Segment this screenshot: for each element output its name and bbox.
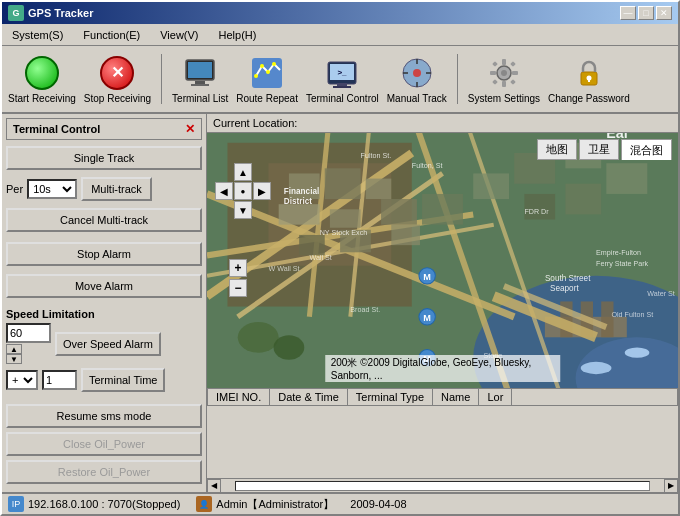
map-type-buttons: 地图 卫星 混合图: [537, 139, 672, 160]
svg-rect-3: [191, 84, 209, 86]
stop-receiving-label: Stop Receiving: [84, 93, 151, 104]
status-ip: IP 192.168.0.100 : 7070(Stopped): [8, 496, 180, 512]
system-settings-label: System Settings: [468, 93, 540, 104]
svg-rect-56: [422, 194, 463, 225]
terminal-time-button[interactable]: Terminal Time: [81, 368, 165, 392]
svg-text:District: District: [284, 197, 312, 206]
title-buttons: — □ ✕: [620, 6, 672, 20]
nav-right-button[interactable]: ▶: [253, 182, 271, 200]
zoom-in-button[interactable]: +: [229, 259, 247, 277]
terminal-control-label: Terminal Control: [306, 93, 379, 104]
nav-up-button[interactable]: ▲: [234, 163, 252, 181]
stop-receiving-icon: ✕: [99, 55, 135, 91]
stop-alarm-button[interactable]: Stop Alarm: [6, 242, 202, 266]
terminal-list-button[interactable]: Terminal List: [172, 55, 228, 104]
maximize-button[interactable]: □: [638, 6, 654, 20]
restore-oil-button[interactable]: Restore Oil_Power: [6, 460, 202, 484]
menu-system[interactable]: System(S): [6, 27, 69, 43]
manual-track-icon: [399, 55, 435, 91]
svg-text:Old Fulton St: Old Fulton St: [611, 311, 653, 319]
speed-down-button[interactable]: ▼: [6, 354, 22, 364]
svg-rect-25: [512, 71, 518, 75]
change-password-button[interactable]: Change Password: [548, 55, 630, 104]
svg-text:M: M: [423, 272, 431, 282]
speed-value-input[interactable]: 60: [6, 323, 51, 343]
over-speed-alarm-button[interactable]: Over Speed Alarm: [55, 332, 161, 356]
svg-point-71: [581, 362, 612, 374]
per-select[interactable]: 10s 1s 5s 30s 1m: [27, 179, 77, 199]
col-datetime: Date & Time: [270, 389, 348, 406]
nav-empty-bl: [215, 201, 233, 219]
single-track-button[interactable]: Single Track: [6, 146, 202, 170]
menu-view[interactable]: View(V): [154, 27, 204, 43]
satellite-view-button[interactable]: 卫星: [579, 139, 619, 160]
window-title: GPS Tracker: [28, 7, 93, 19]
table-horizontal-scrollbar[interactable]: ◀ ▶: [207, 478, 678, 492]
terminal-list-label: Terminal List: [172, 93, 228, 104]
scroll-track[interactable]: [235, 481, 650, 491]
map-scale-text: 200米 ©2009 DigitalGlobe, GeoEye, Bluesky…: [331, 357, 532, 381]
start-receiving-button[interactable]: Start Receiving: [8, 55, 76, 104]
panel-close-button[interactable]: ✕: [185, 122, 195, 136]
nav-left-button[interactable]: ◀: [215, 182, 233, 200]
main-content: Terminal Control ✕ Single Track Per 10s …: [2, 114, 678, 492]
svg-text:Seaport: Seaport: [550, 284, 579, 293]
data-table-area: IMEI NO. Date & Time Terminal Type Name …: [207, 388, 678, 478]
col-imei: IMEI NO.: [208, 389, 270, 406]
map-navigation: ▲ ◀ ● ▶ ▼ + −: [215, 163, 271, 219]
svg-rect-61: [565, 184, 601, 215]
nav-center-button[interactable]: ●: [234, 182, 252, 200]
speed-row-1: 60 ▲ ▼ Over Speed Alarm: [6, 323, 202, 364]
menu-help[interactable]: Help(H): [213, 27, 263, 43]
user-icon: 👤: [196, 496, 212, 512]
map-view-button[interactable]: 地图: [537, 139, 577, 160]
close-oil-button[interactable]: Close Oil_Power: [6, 432, 202, 456]
route-repeat-button[interactable]: Route Repeat: [236, 55, 298, 104]
right-panel: Current Location:: [207, 114, 678, 492]
stop-receiving-button[interactable]: ✕ Stop Receiving: [84, 55, 151, 104]
multi-track-button[interactable]: Multi-track: [81, 177, 152, 201]
zoom-out-button[interactable]: −: [229, 279, 247, 297]
scroll-left-button[interactable]: ◀: [207, 479, 221, 493]
cancel-multi-track-button[interactable]: Cancel Multi-track: [6, 208, 202, 232]
nav-empty-tr: [253, 163, 271, 181]
change-password-icon: [571, 55, 607, 91]
svg-rect-53: [299, 235, 325, 255]
plus-minus-select[interactable]: + -: [6, 370, 38, 390]
svg-point-72: [625, 348, 650, 358]
resume-sms-button[interactable]: Resume sms mode: [6, 404, 202, 428]
svg-text:Water St: Water St: [647, 290, 675, 298]
svg-point-7: [266, 70, 270, 74]
svg-text:South Street: South Street: [545, 274, 591, 283]
bottom-buttons: Close Oil_Power Restore Oil_Power: [6, 430, 202, 490]
hybrid-view-button[interactable]: 混合图: [621, 139, 672, 160]
svg-text:FDR Dr: FDR Dr: [524, 208, 549, 216]
svg-text:W Wall St: W Wall St: [268, 265, 299, 273]
close-button[interactable]: ✕: [656, 6, 672, 20]
svg-rect-32: [588, 78, 590, 82]
terminal-list-icon: [182, 55, 218, 91]
speed-up-button[interactable]: ▲: [6, 344, 22, 354]
panel-title: Terminal Control ✕: [6, 118, 202, 140]
svg-rect-23: [502, 81, 506, 87]
minimize-button[interactable]: —: [620, 6, 636, 20]
svg-text:>_: >_: [338, 68, 348, 77]
map-container[interactable]: Financial District Fulton St. Fulton, St…: [207, 133, 678, 388]
svg-text:Broad St.: Broad St.: [350, 306, 380, 314]
data-table: IMEI NO. Date & Time Terminal Type Name …: [207, 388, 678, 406]
menu-bar: System(S) Function(E) View(V) Help(H): [2, 24, 678, 46]
route-repeat-label: Route Repeat: [236, 93, 298, 104]
scroll-right-button[interactable]: ▶: [664, 479, 678, 493]
move-alarm-button[interactable]: Move Alarm: [6, 274, 202, 298]
menu-function[interactable]: Function(E): [77, 27, 146, 43]
svg-rect-51: [330, 209, 361, 227]
manual-track-button[interactable]: Manual Track: [387, 55, 447, 104]
terminal-control-button[interactable]: >_ Terminal Control: [306, 55, 379, 104]
count-input[interactable]: [42, 370, 77, 390]
svg-rect-62: [606, 163, 647, 194]
nav-down-button[interactable]: ▼: [234, 201, 252, 219]
svg-rect-50: [279, 204, 320, 224]
system-settings-button[interactable]: System Settings: [468, 55, 540, 104]
status-ip-text: 192.168.0.100 : 7070(Stopped): [28, 498, 180, 510]
zoom-buttons: + −: [229, 259, 247, 297]
